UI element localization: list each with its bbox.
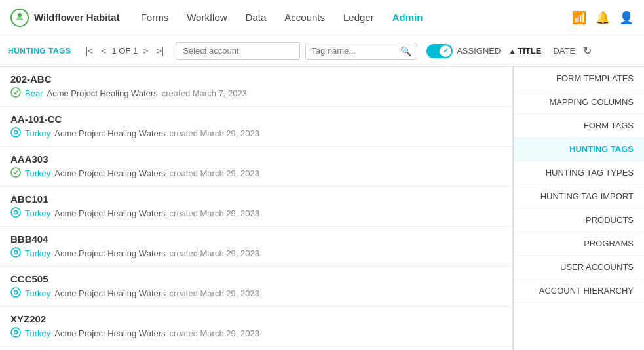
sidebar: FORM TEMPLATESMAPPING COLUMNSFORM TAGSHU… <box>513 67 644 350</box>
account-name: Acme Project Healing Waters <box>54 288 165 298</box>
sidebar-item-hunting-tag-types[interactable]: HUNTING TAG TYPES <box>514 161 644 185</box>
svg-point-12 <box>11 328 20 337</box>
wifi-icon: 📶 <box>572 10 586 25</box>
created-date: created March 29, 2023 <box>170 248 259 258</box>
logo-icon <box>10 9 29 27</box>
list-item-title: AA-101-CC <box>10 113 502 125</box>
svg-point-9 <box>14 251 18 254</box>
sidebar-item-form-tags[interactable]: FORM TAGS <box>514 114 644 138</box>
select-account-input[interactable] <box>176 42 300 60</box>
search-wrap: 🔍 <box>305 43 417 60</box>
svg-point-1 <box>18 13 22 17</box>
assigned-toggle-wrap: ✓ ASSIGNED <box>426 44 501 58</box>
status-icon <box>10 127 21 140</box>
list-item[interactable]: BBB404 Turkey Acme Project Healing Water… <box>0 227 512 267</box>
list-item[interactable]: ABC101 Turkey Acme Project Healing Water… <box>0 187 512 227</box>
svg-point-8 <box>11 248 20 257</box>
badge: Turkey <box>25 168 50 178</box>
nav-link-accounts[interactable]: Accounts <box>284 12 325 23</box>
toggle-check-icon: ✓ <box>443 47 449 55</box>
created-date: created March 29, 2023 <box>170 168 259 178</box>
list-item-meta: Bear Acme Project Healing Waters created… <box>10 87 502 100</box>
list-item-title: BBB404 <box>10 233 502 244</box>
svg-point-4 <box>14 131 18 134</box>
account-name: Acme Project Healing Waters <box>54 208 165 218</box>
list-item[interactable]: CCC505 Turkey Acme Project Healing Water… <box>0 267 512 307</box>
list-item-title: 202-ABC <box>10 73 502 85</box>
nav-link-ledger[interactable]: Ledger <box>343 12 374 23</box>
assigned-label: ASSIGNED <box>457 46 501 56</box>
date-label: DATE <box>553 46 575 56</box>
sidebar-item-account-hierarchy[interactable]: ACCOUNT HIERARCHY <box>514 279 644 303</box>
refresh-button[interactable]: ↻ <box>583 45 592 57</box>
search-icon: 🔍 <box>400 46 411 56</box>
created-date: created March 29, 2023 <box>170 288 259 298</box>
badge: Bear <box>25 88 43 98</box>
list-item-meta: Turkey Acme Project Healing Waters creat… <box>10 207 502 220</box>
nav-link-admin[interactable]: Admin <box>392 12 423 23</box>
nav-link-forms[interactable]: Forms <box>141 12 169 23</box>
account-name: Acme Project Healing Waters <box>54 248 165 258</box>
status-icon <box>10 327 21 340</box>
status-icon <box>10 287 21 300</box>
account-name: Acme Project Healing Waters <box>47 88 157 98</box>
sidebar-item-mapping-columns[interactable]: MAPPING COLUMNS <box>514 90 644 114</box>
created-date: created March 29, 2023 <box>170 328 259 338</box>
pager-next-btn[interactable]: > <box>140 45 151 58</box>
assigned-toggle[interactable]: ✓ <box>426 44 453 58</box>
badge: Turkey <box>25 328 50 338</box>
app-title: Wildflower Habitat <box>34 12 120 23</box>
badge: Turkey <box>25 248 50 258</box>
account-name: Acme Project Healing Waters <box>54 328 165 338</box>
sidebar-item-user-accounts[interactable]: USER ACCOUNTS <box>514 256 644 279</box>
sidebar-item-products[interactable]: PRODUCTS <box>514 208 644 232</box>
list-item[interactable]: 202-ABC Bear Acme Project Healing Waters… <box>0 67 512 107</box>
list-item-meta: Turkey Acme Project Healing Waters creat… <box>10 287 502 300</box>
list-item-meta: Turkey Acme Project Healing Waters creat… <box>10 167 502 180</box>
account-name: Acme Project Healing Waters <box>54 128 165 138</box>
list-item-title: ABC101 <box>10 193 502 204</box>
svg-point-11 <box>14 291 18 294</box>
list-item[interactable]: AA-101-CC Turkey Acme Project Healing Wa… <box>0 107 512 147</box>
search-input[interactable] <box>311 46 396 56</box>
user-icon[interactable]: 👤 <box>619 10 634 25</box>
created-date: created March 7, 2023 <box>162 88 247 98</box>
toolbar: HUNTING TAGS |< < 1 OF 1 > >| 🔍 ✓ ASSIGN… <box>0 35 644 67</box>
sidebar-item-hunting-tags[interactable]: HUNTING TAGS <box>514 138 644 161</box>
top-navigation: Wildflower Habitat FormsWorkflowDataAcco… <box>0 0 644 35</box>
app-logo[interactable]: Wildflower Habitat <box>10 9 120 27</box>
status-icon <box>10 247 21 260</box>
svg-point-7 <box>14 211 18 214</box>
pager: |< < 1 OF 1 > >| <box>83 45 166 58</box>
sidebar-item-form-templates[interactable]: FORM TEMPLATES <box>514 67 644 90</box>
status-icon <box>10 207 21 220</box>
pager-first-btn[interactable]: |< <box>83 45 96 58</box>
svg-point-3 <box>11 128 20 137</box>
badge: Turkey <box>25 288 50 298</box>
notifications-icon[interactable]: 🔔 <box>596 10 610 25</box>
toggle-knob: ✓ <box>440 45 451 57</box>
nav-link-workflow[interactable]: Workflow <box>187 12 227 23</box>
status-icon <box>10 87 21 100</box>
nav-links: FormsWorkflowDataAccountsLedgerAdmin <box>141 12 572 23</box>
title-sort-label: TITLE <box>518 46 541 56</box>
badge: Turkey <box>25 128 50 138</box>
toolbar-tag-label: HUNTING TAGS <box>8 47 71 56</box>
list-item-meta: Turkey Acme Project Healing Waters creat… <box>10 247 502 260</box>
status-icon <box>10 167 21 180</box>
pager-last-btn[interactable]: >| <box>153 45 166 58</box>
pager-prev-btn[interactable]: < <box>98 45 109 58</box>
title-sort[interactable]: ▲ TITLE <box>508 46 541 56</box>
nav-link-data[interactable]: Data <box>246 12 267 23</box>
svg-point-10 <box>11 288 20 297</box>
main-layout: 202-ABC Bear Acme Project Healing Waters… <box>0 67 644 350</box>
sidebar-item-programs[interactable]: PROGRAMS <box>514 232 644 256</box>
list-item-meta: Turkey Acme Project Healing Waters creat… <box>10 327 502 340</box>
list-item[interactable]: AAA303 Turkey Acme Project Healing Water… <box>0 147 512 187</box>
pager-text: 1 OF 1 <box>111 46 138 56</box>
sidebar-item-hunting-tag-import[interactable]: HUNTING TAG IMPORT <box>514 185 644 208</box>
created-date: created March 29, 2023 <box>170 128 259 138</box>
list-item[interactable]: XYZ202 Turkey Acme Project Healing Water… <box>0 307 512 347</box>
list-item-title: AAA303 <box>10 153 502 165</box>
svg-point-6 <box>11 208 20 217</box>
